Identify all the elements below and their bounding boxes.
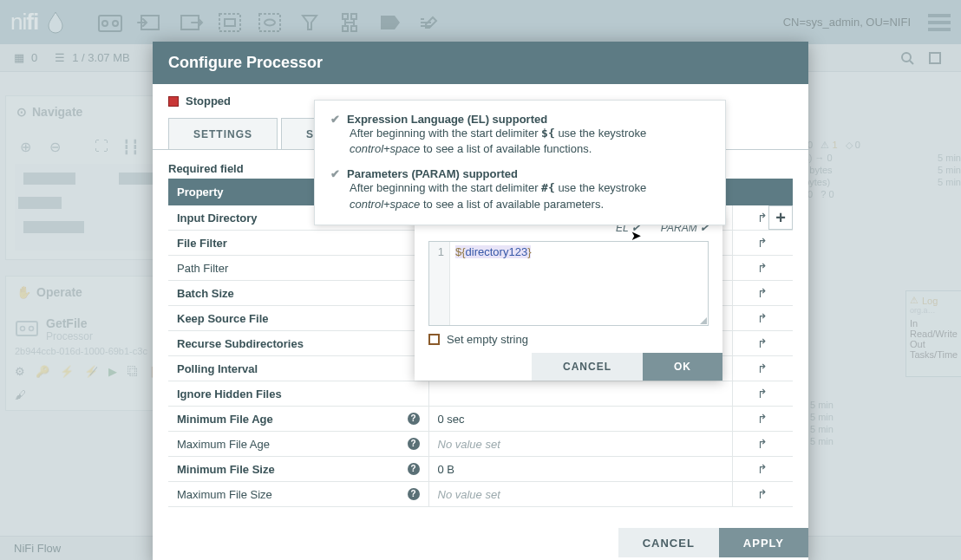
table-row[interactable]: Minimum File Age?0 sec↱ <box>168 407 793 432</box>
check-icon: ✔ <box>330 113 340 126</box>
property-name: Path Filter <box>168 256 428 281</box>
property-action[interactable]: ↱ <box>732 256 793 281</box>
property-value[interactable]: No value set <box>428 482 732 507</box>
goto-icon[interactable]: ↱ <box>757 437 768 451</box>
property-action[interactable]: ↱ <box>732 281 793 306</box>
property-editor-popup: EL ✔ PARAM ✔ 1 ${directory123} Set empty… <box>415 215 722 381</box>
property-value[interactable] <box>428 381 732 407</box>
goto-icon[interactable]: ↱ <box>757 261 768 275</box>
cursor-icon: ➤ <box>631 228 642 244</box>
modal-apply-button[interactable]: APPLY <box>719 528 808 557</box>
check-icon: ✔ <box>330 167 340 180</box>
property-action[interactable]: ↱ <box>732 457 793 482</box>
tab-settings[interactable]: SETTINGS <box>168 118 278 149</box>
goto-icon[interactable]: ↱ <box>757 211 768 225</box>
modal-cancel-button[interactable]: CANCEL <box>618 528 719 557</box>
goto-icon[interactable]: ↱ <box>757 387 768 400</box>
editor-cancel-button[interactable]: CANCEL <box>532 353 643 381</box>
property-value[interactable]: 0 sec <box>428 407 732 432</box>
property-name: Maximum File Size? <box>168 482 428 507</box>
el-param-tooltip: ✔Expression Language (EL) supported Afte… <box>314 100 726 225</box>
goto-icon[interactable]: ↱ <box>757 462 768 476</box>
col-actions <box>732 179 793 205</box>
property-name: Batch Size <box>168 281 428 306</box>
help-icon[interactable]: ? <box>408 438 420 450</box>
property-action[interactable]: ↱ <box>732 231 793 256</box>
goto-icon[interactable]: ↱ <box>757 311 768 325</box>
add-property-button[interactable]: + <box>768 205 793 230</box>
goto-icon[interactable]: ↱ <box>757 336 768 350</box>
property-name: Polling Interval <box>168 356 428 381</box>
property-action[interactable]: ↱ <box>732 482 793 507</box>
property-action[interactable]: ↱ <box>732 407 793 432</box>
property-action[interactable]: ↱ <box>732 306 793 331</box>
stopped-icon <box>168 96 179 107</box>
property-value-editor[interactable]: 1 ${directory123} <box>428 241 709 326</box>
property-action[interactable]: ↱ <box>732 381 793 407</box>
goto-icon[interactable]: ↱ <box>757 487 768 501</box>
modal-title: Configure Processor <box>153 42 808 84</box>
table-row[interactable]: Ignore Hidden Files↱ <box>168 381 793 407</box>
property-name: Maximum File Age? <box>168 432 428 457</box>
help-icon[interactable]: ? <box>408 488 420 500</box>
goto-icon[interactable]: ↱ <box>757 286 768 300</box>
goto-icon[interactable]: ↱ <box>757 361 768 375</box>
property-name: Minimum File Size? <box>168 457 428 482</box>
property-name: Keep Source File <box>168 306 428 331</box>
help-icon[interactable]: ? <box>408 413 420 425</box>
editor-ok-button[interactable]: OK <box>643 353 722 381</box>
resize-handle-icon[interactable] <box>700 317 707 324</box>
table-row[interactable]: Maximum File Age?No value set↱ <box>168 432 793 457</box>
property-value[interactable]: 0 B <box>428 457 732 482</box>
property-value[interactable]: No value set <box>428 432 732 457</box>
property-action[interactable]: ↱ <box>732 356 793 381</box>
table-row[interactable]: Maximum File Size?No value set↱ <box>168 482 793 507</box>
property-action[interactable]: ↱ <box>732 432 793 457</box>
table-row[interactable]: Minimum File Size?0 B↱ <box>168 457 793 482</box>
property-name: Ignore Hidden Files <box>168 381 428 407</box>
property-name: File Filter <box>168 231 428 256</box>
goto-icon[interactable]: ↱ <box>757 412 768 426</box>
property-name: Minimum File Age? <box>168 407 428 432</box>
set-empty-string-checkbox[interactable] <box>428 334 440 345</box>
set-empty-string-label: Set empty string <box>447 333 528 346</box>
property-name: Recurse Subdirectories <box>168 331 428 356</box>
line-gutter: 1 <box>429 242 450 325</box>
help-icon[interactable]: ? <box>408 463 420 475</box>
goto-icon[interactable]: ↱ <box>757 236 768 250</box>
property-action[interactable]: ↱ <box>732 331 793 356</box>
